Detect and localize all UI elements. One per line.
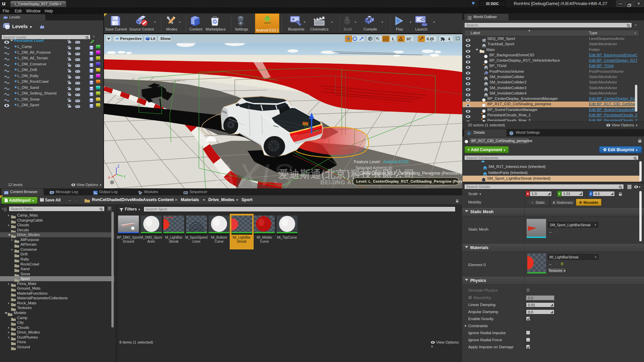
svg-text:Perspective: Perspective <box>120 37 142 41</box>
svg-text:Y: Y <box>123 175 126 179</box>
svg-text:Level: L_CenterDisplay_R1T_Ce: Level: L_CenterDisplay_R1T_CelShading_Pe… <box>356 179 462 183</box>
svg-text:X: X <box>108 176 110 180</box>
svg-text:▼: ▼ <box>449 40 451 42</box>
svg-text:+: + <box>484 73 485 75</box>
svg-text:▼: ▼ <box>431 40 432 42</box>
svg-text:▼: ▼ <box>393 40 395 42</box>
svg-text:Android ES31: Android ES31 <box>383 160 409 164</box>
svg-text:Lit: Lit <box>151 37 155 41</box>
svg-text:Selected Actor(s) in:: Selected Actor(s) in: <box>356 166 393 170</box>
svg-text:android: android <box>264 22 271 24</box>
svg-text:▼: ▼ <box>410 40 412 42</box>
svg-text:0.25: 0.25 <box>427 37 434 41</box>
svg-text:Feature Level:: Feature Level: <box>354 160 381 164</box>
svg-text:Z: Z <box>117 165 119 168</box>
svg-text:Show: Show <box>160 37 171 41</box>
svg-text:L_CenterDisplay_R1T_CelShading: L_CenterDisplay_R1T_CelShading_Peregrine… <box>355 171 462 176</box>
